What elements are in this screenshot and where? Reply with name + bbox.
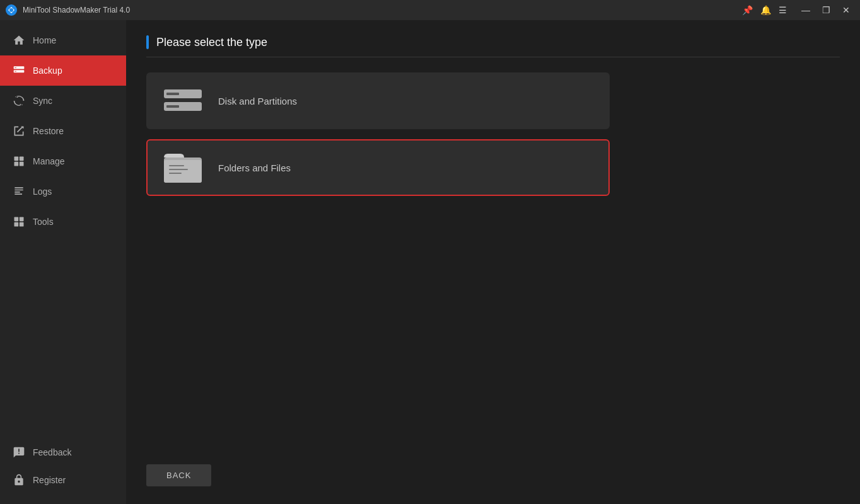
sidebar-label-restore: Restore xyxy=(33,126,64,136)
svg-rect-22 xyxy=(169,173,182,174)
menu-icon[interactable]: ☰ xyxy=(779,5,787,15)
sidebar-item-tools[interactable]: Tools xyxy=(0,207,126,237)
sidebar-label-tools: Tools xyxy=(33,217,54,227)
type-cards: Disk and Partitions xyxy=(146,72,840,196)
tools-icon xyxy=(13,215,25,228)
sidebar: Home Backup xyxy=(0,20,126,504)
svg-rect-5 xyxy=(15,71,16,72)
sidebar-footer: Feedback Register xyxy=(0,438,126,504)
home-icon xyxy=(13,34,25,47)
svg-rect-19 xyxy=(164,160,202,183)
svg-rect-9 xyxy=(20,162,24,166)
close-button[interactable]: ✕ xyxy=(837,3,855,17)
sidebar-item-logs[interactable]: Logs xyxy=(0,176,126,207)
sidebar-item-home[interactable]: Home xyxy=(0,25,126,55)
svg-rect-17 xyxy=(166,105,179,108)
section-title: Please select the type xyxy=(156,36,267,49)
sidebar-label-register: Register xyxy=(33,475,66,485)
sidebar-label-manage: Manage xyxy=(33,156,65,166)
content-area: Please select the type Disk and Partitio… xyxy=(126,20,860,504)
window-controls: — ❐ ✕ xyxy=(797,3,855,17)
sidebar-label-feedback: Feedback xyxy=(33,447,71,457)
app-title: MiniTool ShadowMaker Trial 4.0 xyxy=(23,6,742,14)
sidebar-label-home: Home xyxy=(33,35,56,45)
manage-icon xyxy=(13,155,25,168)
svg-rect-7 xyxy=(20,157,24,161)
svg-point-1 xyxy=(9,8,13,12)
back-button-area: BACK xyxy=(146,464,211,486)
title-bar-icons: 📌 🔔 ☰ xyxy=(742,5,787,15)
sidebar-nav: Home Backup xyxy=(0,20,126,438)
svg-rect-11 xyxy=(20,217,24,222)
sidebar-item-register[interactable]: Register xyxy=(0,466,126,494)
disk-partitions-card[interactable]: Disk and Partitions xyxy=(146,72,610,129)
register-icon xyxy=(13,474,25,486)
back-button[interactable]: BACK xyxy=(146,464,211,486)
info-icon[interactable]: 🔔 xyxy=(760,5,771,15)
pin-icon[interactable]: 📌 xyxy=(742,5,753,15)
disk-partitions-label: Disk and Partitions xyxy=(218,96,297,106)
svg-rect-6 xyxy=(15,157,19,161)
maximize-button[interactable]: ❐ xyxy=(817,3,835,17)
svg-rect-20 xyxy=(169,165,184,166)
sync-icon xyxy=(13,94,25,107)
sidebar-item-restore[interactable]: Restore xyxy=(0,116,126,146)
backup-icon xyxy=(13,64,25,77)
svg-rect-15 xyxy=(166,93,179,95)
sidebar-item-manage[interactable]: Manage xyxy=(0,146,126,176)
title-bar: MiniTool ShadowMaker Trial 4.0 📌 🔔 ☰ — ❐… xyxy=(0,0,860,20)
section-title-bar: Please select the type xyxy=(146,35,840,57)
svg-rect-10 xyxy=(15,217,19,222)
title-accent xyxy=(146,35,149,49)
svg-rect-4 xyxy=(15,67,16,68)
minimize-button[interactable]: — xyxy=(797,3,815,17)
folders-files-card[interactable]: Folders and Files xyxy=(146,139,610,196)
main-layout: Home Backup xyxy=(0,20,860,504)
sidebar-label-sync: Sync xyxy=(33,96,52,106)
sidebar-item-feedback[interactable]: Feedback xyxy=(0,438,126,466)
restore-icon xyxy=(13,125,25,137)
folders-files-icon xyxy=(163,147,203,188)
sidebar-label-backup: Backup xyxy=(33,66,62,76)
app-logo xyxy=(5,4,18,16)
disk-partitions-icon xyxy=(163,81,203,121)
logs-icon xyxy=(13,185,25,198)
sidebar-item-sync[interactable]: Sync xyxy=(0,86,126,116)
folders-files-label: Folders and Files xyxy=(218,163,291,173)
sidebar-item-backup[interactable]: Backup xyxy=(0,55,126,86)
svg-rect-13 xyxy=(20,222,24,227)
sidebar-label-logs: Logs xyxy=(33,186,52,197)
svg-rect-21 xyxy=(169,169,188,170)
svg-rect-8 xyxy=(15,162,19,166)
svg-rect-12 xyxy=(15,222,19,227)
feedback-icon xyxy=(13,446,25,459)
